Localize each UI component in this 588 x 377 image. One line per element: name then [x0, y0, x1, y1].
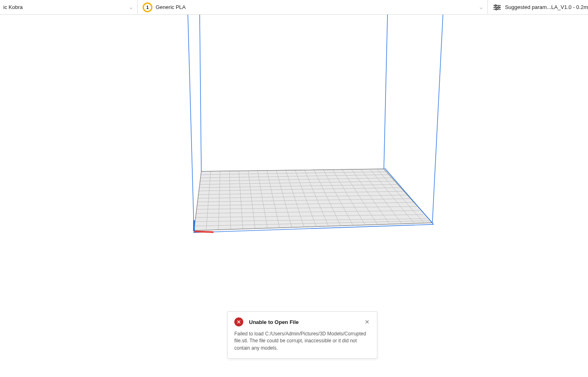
svg-point-5 [496, 8, 498, 10]
svg-line-44 [188, 15, 194, 231]
material-label: Generic PLA [156, 4, 186, 10]
printer-label: ic Kobra [3, 4, 23, 10]
chevron-down-icon: ⌵ [125, 4, 132, 10]
svg-point-3 [495, 4, 497, 6]
top-toolbar: ic Kobra ⌵ 1 Generic PLA ⌵ Suggested par… [0, 0, 588, 15]
svg-line-48 [194, 231, 214, 232]
svg-line-46 [384, 15, 388, 169]
profile-label: Suggested param...LA_V1.0 - 0.2m [505, 4, 588, 10]
filament-spool-icon: 1 [143, 2, 152, 12]
error-dialog-header: Unable to Open File ✕ [234, 317, 370, 326]
close-icon[interactable]: ✕ [364, 318, 370, 326]
sliders-icon [493, 3, 502, 12]
print-profile-dropdown[interactable]: Suggested param...LA_V1.0 - 0.2m [488, 0, 588, 14]
chevron-down-icon: ⌵ [475, 4, 482, 10]
svg-line-45 [432, 15, 443, 223]
svg-line-47 [200, 15, 201, 171]
error-dialog-title: Unable to Open File [249, 319, 299, 325]
error-dialog-body: Failed to load C:/Users/Admin/Pictures/3… [234, 330, 370, 352]
spool-number: 1 [146, 5, 149, 10]
material-dropdown[interactable]: 1 Generic PLA ⌵ [138, 0, 488, 14]
svg-point-4 [498, 7, 500, 8]
error-dialog: Unable to Open File ✕ Failed to load C:/… [227, 311, 377, 359]
error-icon [234, 317, 243, 326]
printer-dropdown[interactable]: ic Kobra ⌵ [0, 0, 138, 14]
